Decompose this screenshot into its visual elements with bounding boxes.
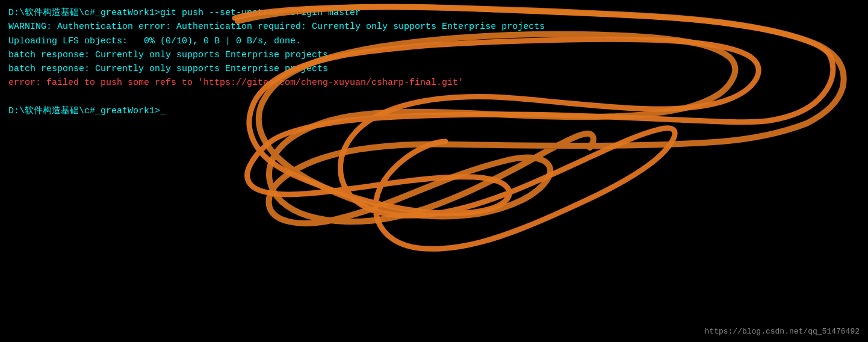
terminal-blank-line (8, 90, 860, 104)
terminal-window: D:\软件构造基础\c#_greatWork1>git push --set-u… (0, 0, 868, 342)
terminal-output: D:\软件构造基础\c#_greatWork1>git push --set-u… (8, 6, 860, 118)
terminal-line: WARNING: Authentication error: Authentic… (8, 20, 860, 34)
watermark: https://blog.csdn.net/qq_51476492 (705, 327, 860, 336)
terminal-line: batch response: Currently only supports … (8, 62, 860, 76)
terminal-error-line: error: failed to push some refs to 'http… (8, 76, 860, 90)
terminal-line: Uploading LFS objects: 0% (0/10), 0 B | … (8, 34, 860, 48)
terminal-line: batch response: Currently only supports … (8, 48, 860, 62)
terminal-prompt-line: D:\软件构造基础\c#_greatWork1>_ (8, 104, 860, 118)
terminal-line: D:\软件构造基础\c#_greatWork1>git push --set-u… (8, 6, 860, 20)
